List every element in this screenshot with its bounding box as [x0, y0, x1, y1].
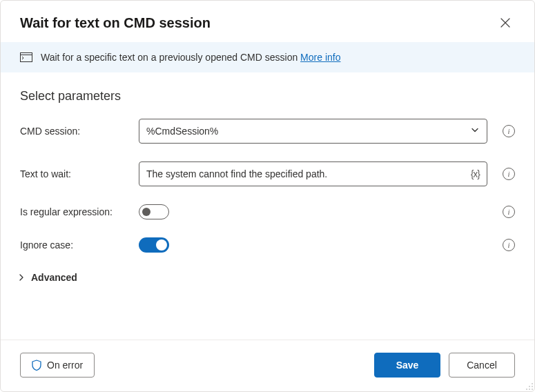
section-title: Select parameters [20, 89, 515, 104]
field-text-to-wait: Text to wait: The system cannot find the… [20, 161, 515, 186]
cancel-button[interactable]: Cancel [449, 353, 515, 378]
is-regex-label: Is regular expression: [20, 206, 139, 217]
text-to-wait-value: The system cannot find the specified pat… [146, 168, 327, 179]
field-cmd-session: CMD session: %CmdSession% i [20, 119, 515, 144]
text-to-wait-label: Text to wait: [20, 168, 139, 179]
chevron-right-icon [17, 273, 26, 282]
variable-icon[interactable]: {x} [471, 168, 480, 179]
more-info-link[interactable]: More info [300, 52, 340, 63]
ignore-case-toggle[interactable] [139, 237, 169, 253]
on-error-label: On error [47, 360, 83, 371]
toggle-knob [142, 208, 150, 216]
info-icon[interactable]: i [503, 125, 515, 137]
svg-point-3 [529, 386, 530, 387]
resize-grip-icon[interactable] [524, 381, 534, 391]
dialog: Wait for text on CMD session Wait for a … [0, 0, 535, 392]
shield-icon [32, 360, 41, 371]
field-ignore-case: Ignore case: i [20, 237, 515, 253]
footer-actions: Save Cancel [374, 353, 515, 378]
advanced-label: Advanced [31, 272, 77, 283]
chevron-down-icon [470, 126, 480, 137]
is-regex-toggle[interactable] [139, 204, 169, 219]
save-label: Save [396, 360, 419, 371]
dialog-title: Wait for text on CMD session [20, 15, 211, 31]
on-error-button[interactable]: On error [20, 353, 95, 378]
cmd-icon [20, 52, 32, 62]
close-icon [500, 18, 510, 28]
cmd-session-value: %CmdSession% [146, 126, 218, 137]
cmd-session-label: CMD session: [20, 126, 139, 137]
save-button[interactable]: Save [374, 353, 440, 378]
advanced-expander[interactable]: Advanced [17, 271, 515, 290]
info-icon[interactable]: i [503, 239, 515, 251]
info-icon[interactable]: i [503, 206, 515, 218]
close-button[interactable] [496, 13, 515, 32]
banner-desc: Wait for a specific text on a previously… [41, 52, 300, 63]
ignore-case-label: Ignore case: [20, 239, 139, 251]
svg-point-7 [532, 389, 533, 390]
svg-point-2 [532, 383, 533, 384]
banner-text: Wait for a specific text on a previously… [41, 52, 340, 63]
dialog-footer: On error Save Cancel [1, 340, 534, 391]
content-area: Select parameters CMD session: %CmdSessi… [1, 72, 534, 340]
svg-point-4 [532, 386, 533, 387]
cmd-session-select[interactable]: %CmdSession% [139, 119, 487, 144]
svg-rect-0 [21, 53, 32, 62]
svg-point-5 [526, 389, 527, 390]
svg-point-6 [529, 389, 530, 390]
dialog-header: Wait for text on CMD session [1, 1, 534, 42]
info-icon[interactable]: i [503, 168, 515, 180]
info-banner: Wait for a specific text on a previously… [1, 42, 534, 72]
cancel-label: Cancel [467, 360, 497, 371]
field-is-regex: Is regular expression: i [20, 204, 515, 219]
text-to-wait-input[interactable]: The system cannot find the specified pat… [139, 161, 487, 186]
toggle-knob [156, 239, 167, 251]
